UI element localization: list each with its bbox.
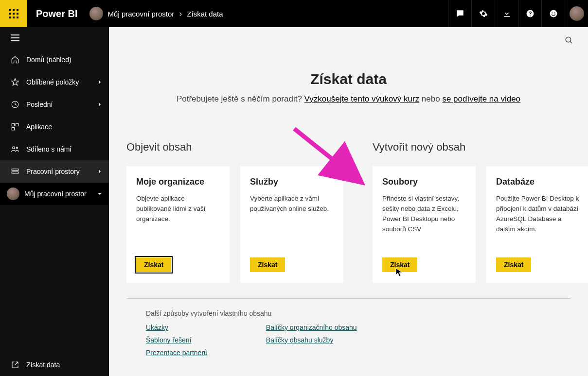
svg-point-11 [554,13,555,14]
nav-label: Můj pracovní prostor [24,190,87,198]
card-desc: Použijte Power BI Desktop k připojení k … [496,194,580,235]
card-title: Služby [250,177,334,187]
svg-rect-21 [12,169,18,171]
svg-rect-14 [11,40,19,41]
card-files: Soubory Přineste si vlastní sestavy, seš… [373,166,476,283]
smile-icon [549,9,558,18]
nav-recent[interactable]: Poslední [0,93,109,116]
svg-rect-4 [13,13,15,15]
nav-apps[interactable]: Aplikace [0,116,109,138]
svg-rect-18 [12,128,14,130]
section-title: Vytvořit nový obsah [373,141,588,154]
hamburger-button[interactable] [0,27,109,49]
section-discover: Objevit obsah Moje organizace Objevte ap… [126,141,343,283]
link-samples[interactable]: Ukázky [146,324,168,331]
avatar-icon [7,188,19,200]
card-title: Moje organizace [136,177,220,187]
link-org-packs[interactable]: Balíčky organizačního obsahu [266,324,357,331]
avatar-icon [570,6,584,21]
page-title: Získat data [109,71,588,87]
link-service-packs[interactable]: Balíčky obsahu služby [266,336,334,344]
card-databases: Databáze Použijte Power BI Desktop k při… [486,166,588,283]
nav-workspaces[interactable]: Pracovní prostory [0,160,109,183]
apps-icon [11,122,19,131]
workspaces-icon [11,167,19,176]
waffle-icon [9,9,18,18]
svg-rect-1 [13,9,15,11]
profile-button[interactable] [565,0,588,27]
nav-favorites[interactable]: Oblíbené položky [0,71,109,93]
nav-label: Pracovní prostory [26,168,80,175]
svg-rect-6 [9,17,11,18]
nav-get-data[interactable]: Získat data [0,354,109,376]
main-content: Získat data Potřebujete ještě s něčím po… [109,27,588,376]
svg-point-9 [550,10,557,17]
chevron-right-icon [97,102,102,107]
section-create: Vytvořit nový obsah Soubory Přineste si … [373,141,588,283]
feedback-button[interactable] [541,0,565,27]
brand-label: Power BI [36,8,78,19]
svg-rect-17 [16,123,18,126]
nav-label: Sdíleno s námi [26,145,71,153]
page-subtitle: Potřebujete ještě s něčím poradit? Vyzko… [109,94,588,104]
breadcrumb-workspace[interactable]: Můj pracovní prostor [108,10,175,18]
download-icon [502,9,511,18]
svg-rect-13 [11,37,19,38]
nav-shared[interactable]: Sdíleno s námi [0,138,109,160]
nav-label: Oblíbené položky [26,78,79,86]
get-button-services[interactable]: Získat [250,257,285,272]
link-templates[interactable]: Šablony řešení [146,336,191,344]
svg-point-20 [16,147,18,149]
topbar-actions [448,0,588,27]
hamburger-icon [11,34,19,41]
card-services: Služby Vyberte aplikace z vámi používaný… [240,166,343,283]
app-launcher-button[interactable] [0,0,27,27]
nav-my-workspace[interactable]: Můj pracovní prostor [0,183,109,205]
section-title: Objevit obsah [126,141,343,154]
breadcrumb-page: Získat data [187,10,223,18]
svg-rect-3 [9,13,11,15]
search-button[interactable] [565,36,573,47]
settings-button[interactable] [471,0,495,27]
card-title: Databáze [496,177,580,187]
svg-rect-5 [17,13,18,15]
avatar-icon [89,7,103,20]
get-button-organization[interactable]: Získat [136,257,171,272]
star-icon [11,78,19,86]
chevron-down-icon [97,191,102,196]
people-icon [11,145,19,154]
svg-rect-12 [11,34,19,35]
download-button[interactable] [495,0,518,27]
nav-label: Aplikace [26,123,52,131]
card-desc: Přineste si vlastní sestavy, sešity nebo… [382,194,466,235]
home-icon [11,55,19,64]
gear-icon [479,9,488,18]
get-button-files[interactable]: Získat [382,257,417,272]
chevron-right-icon: › [179,9,182,19]
nav-home[interactable]: Domů (náhled) [0,49,109,71]
chevron-right-icon [97,80,102,85]
nav-label: Získat data [26,361,60,369]
clock-icon [11,100,19,109]
notifications-button[interactable] [448,0,471,27]
other-ways-section: Další způsoby vytvoření vlastního obsahu… [109,299,588,371]
svg-rect-7 [13,17,15,18]
question-icon [526,9,535,18]
get-button-databases[interactable]: Získat [496,257,531,272]
nav-label: Poslední [26,101,53,108]
chevron-right-icon [97,169,102,174]
help-button[interactable] [518,0,541,27]
nav-label: Domů (náhled) [26,56,71,64]
sidebar: Domů (náhled) Oblíbené položky Poslední … [0,27,109,376]
svg-rect-16 [12,123,14,126]
svg-point-19 [13,147,15,149]
svg-rect-22 [12,172,18,173]
card-my-organization: Moje organizace Objevte aplikace publiko… [126,166,230,283]
other-ways-title: Další způsoby vytvoření vlastního obsahu [146,309,570,317]
card-desc: Objevte aplikace publikované lidmi z vaš… [136,194,220,224]
tutorial-link[interactable]: Vyzkoušejte tento výukový kurz [304,94,420,103]
breadcrumb: Můj pracovní prostor › Získat data [89,7,223,20]
search-icon [565,36,573,45]
link-partners[interactable]: Prezentace partnerů [146,349,208,357]
video-link[interactable]: se podívejte na video [442,94,520,103]
